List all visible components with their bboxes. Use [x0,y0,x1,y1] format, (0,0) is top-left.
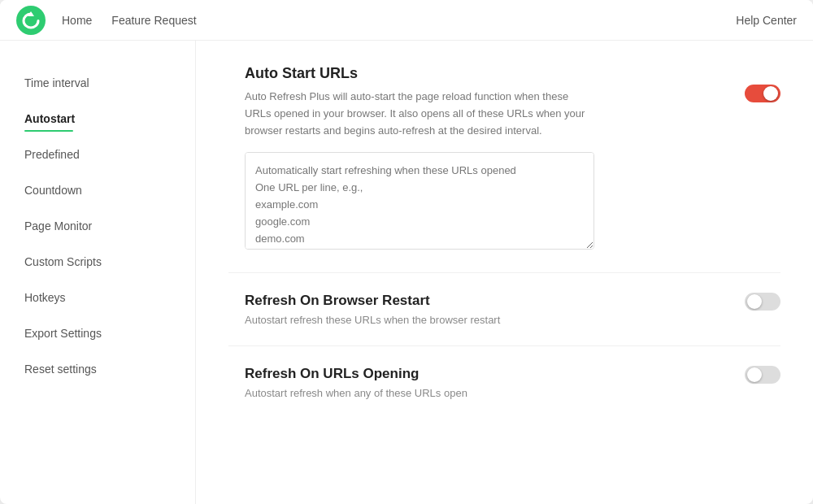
sidebar-item-export-settings[interactable]: Export Settings [0,315,195,351]
browser-restart-desc: Autostart refresh these URLs when the br… [245,314,780,326]
browser-restart-toggle-wrapper [745,293,780,314]
content-area: Auto Start URLs Auto Refresh Plus will a… [195,41,813,504]
top-nav: Home Feature Request Help Center [0,0,813,41]
autostart-section: Auto Start URLs Auto Refresh Plus will a… [228,65,780,273]
sidebar-item-reset-settings[interactable]: Reset settings [0,351,195,387]
nav-home[interactable]: Home [62,14,92,27]
urls-opening-desc: Autostart refresh when any of these URLs… [245,387,780,399]
nav-feature-request[interactable]: Feature Request [111,14,196,27]
browser-restart-title: Refresh On Browser Restart [245,293,780,309]
app-window: Home Feature Request Help Center Time in… [0,0,813,504]
urls-opening-toggle[interactable] [745,366,780,384]
autostart-toggle-wrapper [745,85,780,106]
nav-links: Home Feature Request [62,14,736,27]
browser-restart-toggle-knob [747,294,762,309]
autostart-desc: Auto Refresh Plus will auto-start the pa… [245,89,586,139]
autostart-toggle-knob [763,86,778,101]
svg-point-0 [16,6,46,35]
sidebar-item-countdown[interactable]: Countdown [0,172,195,208]
sidebar-item-custom-scripts[interactable]: Custom Scripts [0,244,195,280]
sidebar-item-hotkeys[interactable]: Hotkeys [0,280,195,315]
urls-opening-title: Refresh On URLs Opening [245,366,780,382]
browser-restart-content: Refresh On Browser Restart Autostart ref… [228,293,780,326]
nav-help-center[interactable]: Help Center [736,14,797,27]
urls-opening-content: Refresh On URLs Opening Autostart refres… [228,366,780,399]
app-logo [16,6,46,35]
sidebar-item-predefined[interactable]: Predefined [0,137,195,172]
autostart-toggle[interactable] [745,85,780,102]
main-content: Time interval Autostart Predefined Count… [0,41,813,504]
autostart-url-textarea[interactable] [245,152,594,250]
urls-opening-toggle-knob [747,367,762,382]
sidebar-item-time-interval[interactable]: Time interval [0,65,195,101]
autostart-title: Auto Start URLs [245,65,780,82]
autostart-content: Auto Start URLs Auto Refresh Plus will a… [228,65,780,253]
browser-restart-toggle[interactable] [745,293,780,311]
browser-restart-section: Refresh On Browser Restart Autostart ref… [228,273,780,346]
sidebar: Time interval Autostart Predefined Count… [0,41,195,504]
urls-opening-toggle-wrapper [745,366,780,387]
sidebar-item-page-monitor[interactable]: Page Monitor [0,208,195,244]
sidebar-item-autostart[interactable]: Autostart [0,101,195,137]
urls-opening-section: Refresh On URLs Opening Autostart refres… [228,346,780,419]
